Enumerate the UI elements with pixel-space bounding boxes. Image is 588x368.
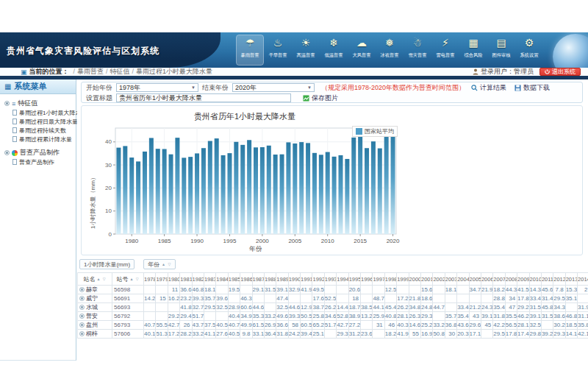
table-row[interactable]: 威宁5669114.21516.223.239.335.739.646.347.… — [78, 294, 588, 303]
bar-2008[interactable] — [312, 153, 317, 234]
bar-2010[interactable] — [326, 152, 330, 234]
radio-icon[interactable] — [79, 322, 85, 328]
bar-1988[interactable] — [182, 158, 186, 234]
col-year-1991[interactable]: 1991 — [301, 273, 312, 286]
breadcrumb-item[interactable]: 暴雨过程1小时最大降水量 — [136, 68, 212, 75]
bar-1996[interactable] — [234, 142, 238, 234]
col-year-1994[interactable]: 1994 — [337, 273, 348, 286]
nav-item-2[interactable]: ♨干旱普查 — [265, 35, 291, 65]
bar-2003[interactable] — [280, 155, 284, 234]
bar-1989[interactable] — [188, 157, 193, 234]
nav-item-10[interactable]: ▤图件审核 — [488, 35, 514, 65]
bar-1980[interactable] — [129, 158, 134, 234]
calculate-button[interactable]: 计算结果 — [469, 83, 509, 93]
radio-icon[interactable] — [79, 305, 85, 310]
sidebar-item[interactable]: 暴雨过程日最大降水量 — [0, 117, 76, 126]
bar-2007[interactable] — [306, 143, 310, 234]
col-year-1985[interactable]: 1985 — [228, 273, 240, 286]
bar-2002[interactable] — [273, 155, 278, 234]
bar-2016[interactable] — [365, 148, 369, 234]
bar-2013[interactable] — [345, 159, 349, 234]
bar-1979[interactable] — [123, 146, 127, 234]
bar-1999[interactable] — [254, 147, 258, 234]
nav-item-1[interactable]: ☂暴雨普查 — [237, 35, 263, 65]
bar-1994[interactable] — [221, 155, 226, 234]
col-year-1986[interactable]: 1986 — [240, 273, 252, 286]
chart-title-input[interactable] — [116, 93, 291, 102]
bar-2018[interactable] — [378, 149, 382, 234]
sort-arrows-icon[interactable]: ▲ ▽ — [96, 277, 106, 281]
col-year-1980[interactable]: 1980 — [168, 273, 179, 286]
station-name-cell[interactable]: 盘州 — [78, 321, 112, 330]
col-year-2000[interactable]: 2000 — [409, 273, 420, 286]
bar-1978[interactable] — [116, 148, 121, 234]
nav-item-4[interactable]: ❄低温普查 — [320, 35, 347, 65]
breadcrumb-item[interactable]: 暴雨普查 — [77, 68, 104, 75]
col-year-1993[interactable]: 1993 — [324, 273, 336, 286]
bar-1998[interactable] — [247, 140, 251, 234]
sidebar-item[interactable]: 暴雨过程持续天数 — [0, 126, 76, 135]
logout-button[interactable]: 退出系统 — [539, 68, 581, 76]
col-year-2002[interactable]: 2002 — [433, 273, 445, 286]
sidebar-item[interactable]: 暴雨过程1小时最大降水量 — [0, 108, 76, 117]
col-year-1987[interactable]: 1987 — [252, 273, 264, 286]
table-row[interactable]: 盘州5679340.755.542.72643.737.540.540.749.… — [78, 321, 588, 330]
col-year-1984[interactable]: 1984 — [216, 273, 228, 286]
bar-1982[interactable] — [143, 152, 147, 234]
col-year-2009[interactable]: 2009 — [517, 273, 529, 286]
table-row[interactable]: 桐梓5760640.151.317.228.233.241.127.640.59… — [78, 330, 588, 339]
sidebar-group-label[interactable]: 普查产品制作 — [0, 148, 76, 158]
col-year-2007[interactable]: 2007 — [493, 273, 505, 286]
end-year-select[interactable]: 2020年 ▼ — [232, 83, 315, 92]
bar-2019[interactable] — [384, 129, 389, 234]
bar-2014[interactable] — [351, 138, 356, 234]
bar-2012[interactable] — [338, 155, 343, 234]
col-year-1982[interactable]: 1982 — [192, 273, 204, 286]
table-row[interactable]: 普安5679229.229.451.740.434.935.333.249.63… — [78, 312, 588, 321]
col-year-1996[interactable]: 1996 — [361, 273, 373, 286]
bar-2006[interactable] — [299, 142, 304, 234]
col-year-1995[interactable]: 1995 — [348, 273, 360, 286]
bar-2017[interactable] — [371, 141, 376, 234]
station-name-cell[interactable]: 威宁 — [78, 294, 112, 303]
bar-2011[interactable] — [332, 157, 337, 234]
radio-icon[interactable] — [79, 331, 85, 336]
col-year-1981[interactable]: 1981 — [180, 273, 192, 286]
col-year-1983[interactable]: 1983 — [204, 273, 215, 286]
sidebar-item[interactable]: 普查产品制作 — [0, 158, 76, 166]
bar-1986[interactable] — [169, 155, 173, 234]
col-year-1978[interactable]: 1978 — [144, 273, 156, 286]
bar-1992[interactable] — [208, 141, 212, 234]
measure-chip[interactable]: 1小时降水量(mm) — [79, 259, 135, 269]
bar-1997[interactable] — [240, 145, 245, 234]
col-year-2010[interactable]: 2010 — [529, 273, 541, 286]
col-year-2004[interactable]: 2004 — [457, 273, 469, 286]
col-station-name[interactable]: 站名▲ ▽ — [78, 273, 112, 286]
bar-1995[interactable] — [227, 153, 232, 234]
col-year-2014[interactable]: 2014 — [578, 273, 588, 286]
sidebar-group-label[interactable]: ≡特征值 — [0, 99, 76, 108]
col-year-2001[interactable]: 2001 — [420, 273, 432, 286]
col-year-1989[interactable]: 1989 — [276, 273, 288, 286]
radio-icon[interactable] — [79, 287, 85, 292]
col-year-2011[interactable]: 2011 — [541, 273, 553, 286]
bar-1991[interactable] — [201, 148, 206, 234]
bar-2005[interactable] — [293, 144, 297, 234]
save-image-button[interactable]: 保存图片 — [301, 93, 340, 103]
bar-2020[interactable] — [391, 131, 395, 234]
start-year-select[interactable]: 1978年 ▼ — [116, 83, 198, 92]
col-year-1997[interactable]: 1997 — [373, 273, 384, 286]
tree-toggle-icon[interactable] — [4, 150, 10, 155]
download-button[interactable]: 数据下载 — [512, 83, 552, 93]
bar-1984[interactable] — [156, 149, 160, 234]
station-name-cell[interactable]: 水城 — [78, 303, 112, 312]
bar-1985[interactable] — [162, 149, 167, 234]
nav-item-11[interactable]: ⚙系统设置 — [516, 35, 542, 65]
bar-1983[interactable] — [149, 138, 154, 234]
breadcrumb-item[interactable]: 特征值 — [110, 68, 130, 75]
table-row[interactable]: 赫章565981136.646.818.119.529.131.539.132.… — [78, 286, 588, 294]
col-year-1990[interactable]: 1990 — [288, 273, 300, 286]
bar-2000[interactable] — [260, 147, 265, 234]
sidebar-item[interactable]: 暴雨过程累计降水量 — [0, 135, 76, 144]
radio-icon[interactable] — [79, 314, 85, 319]
